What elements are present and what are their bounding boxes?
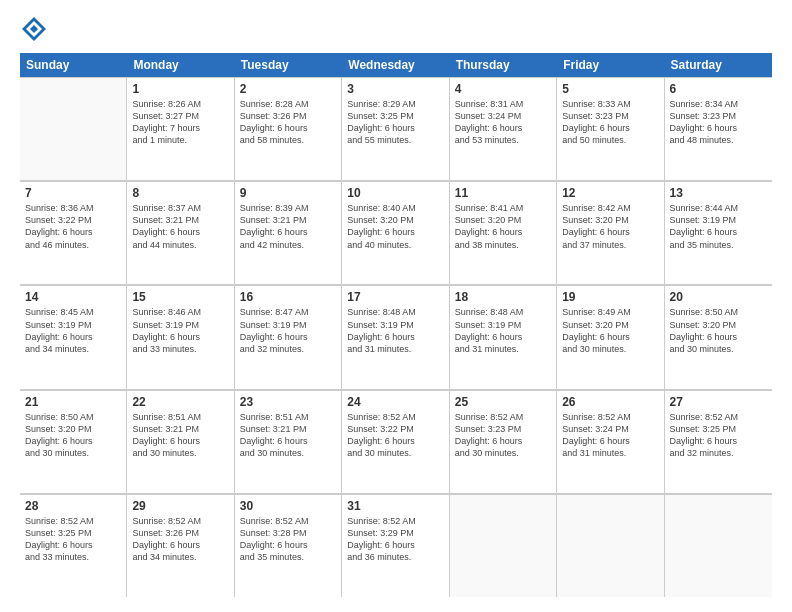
day-info: Sunrise: 8:46 AM Sunset: 3:19 PM Dayligh… xyxy=(132,306,228,355)
cal-cell: 16Sunrise: 8:47 AM Sunset: 3:19 PM Dayli… xyxy=(235,285,342,388)
cal-week: 28Sunrise: 8:52 AM Sunset: 3:25 PM Dayli… xyxy=(20,494,772,597)
day-info: Sunrise: 8:48 AM Sunset: 3:19 PM Dayligh… xyxy=(455,306,551,355)
cal-cell: 29Sunrise: 8:52 AM Sunset: 3:26 PM Dayli… xyxy=(127,494,234,597)
cal-cell: 3Sunrise: 8:29 AM Sunset: 3:25 PM Daylig… xyxy=(342,77,449,180)
cal-cell: 12Sunrise: 8:42 AM Sunset: 3:20 PM Dayli… xyxy=(557,181,664,284)
day-info: Sunrise: 8:39 AM Sunset: 3:21 PM Dayligh… xyxy=(240,202,336,251)
day-number: 13 xyxy=(670,186,767,200)
day-number: 25 xyxy=(455,395,551,409)
day-info: Sunrise: 8:49 AM Sunset: 3:20 PM Dayligh… xyxy=(562,306,658,355)
day-number: 8 xyxy=(132,186,228,200)
cal-cell: 30Sunrise: 8:52 AM Sunset: 3:28 PM Dayli… xyxy=(235,494,342,597)
calendar: SundayMondayTuesdayWednesdayThursdayFrid… xyxy=(20,53,772,597)
calendar-header: SundayMondayTuesdayWednesdayThursdayFrid… xyxy=(20,53,772,77)
cal-cell: 10Sunrise: 8:40 AM Sunset: 3:20 PM Dayli… xyxy=(342,181,449,284)
day-number: 1 xyxy=(132,82,228,96)
day-number: 14 xyxy=(25,290,121,304)
day-info: Sunrise: 8:34 AM Sunset: 3:23 PM Dayligh… xyxy=(670,98,767,147)
day-number: 21 xyxy=(25,395,121,409)
day-info: Sunrise: 8:33 AM Sunset: 3:23 PM Dayligh… xyxy=(562,98,658,147)
day-info: Sunrise: 8:40 AM Sunset: 3:20 PM Dayligh… xyxy=(347,202,443,251)
cal-cell: 21Sunrise: 8:50 AM Sunset: 3:20 PM Dayli… xyxy=(20,390,127,493)
day-number: 22 xyxy=(132,395,228,409)
cal-cell: 4Sunrise: 8:31 AM Sunset: 3:24 PM Daylig… xyxy=(450,77,557,180)
day-info: Sunrise: 8:31 AM Sunset: 3:24 PM Dayligh… xyxy=(455,98,551,147)
day-info: Sunrise: 8:52 AM Sunset: 3:22 PM Dayligh… xyxy=(347,411,443,460)
day-info: Sunrise: 8:50 AM Sunset: 3:20 PM Dayligh… xyxy=(25,411,121,460)
cal-cell: 1Sunrise: 8:26 AM Sunset: 3:27 PM Daylig… xyxy=(127,77,234,180)
day-info: Sunrise: 8:52 AM Sunset: 3:23 PM Dayligh… xyxy=(455,411,551,460)
day-number: 28 xyxy=(25,499,121,513)
day-number: 27 xyxy=(670,395,767,409)
day-info: Sunrise: 8:37 AM Sunset: 3:21 PM Dayligh… xyxy=(132,202,228,251)
day-info: Sunrise: 8:51 AM Sunset: 3:21 PM Dayligh… xyxy=(240,411,336,460)
day-number: 23 xyxy=(240,395,336,409)
cal-header-cell: Thursday xyxy=(450,53,557,77)
cal-cell: 18Sunrise: 8:48 AM Sunset: 3:19 PM Dayli… xyxy=(450,285,557,388)
day-info: Sunrise: 8:52 AM Sunset: 3:26 PM Dayligh… xyxy=(132,515,228,564)
day-info: Sunrise: 8:42 AM Sunset: 3:20 PM Dayligh… xyxy=(562,202,658,251)
cal-week: 14Sunrise: 8:45 AM Sunset: 3:19 PM Dayli… xyxy=(20,285,772,389)
day-number: 12 xyxy=(562,186,658,200)
cal-cell: 31Sunrise: 8:52 AM Sunset: 3:29 PM Dayli… xyxy=(342,494,449,597)
cal-cell xyxy=(20,77,127,180)
day-number: 9 xyxy=(240,186,336,200)
cal-header-cell: Friday xyxy=(557,53,664,77)
cal-cell: 9Sunrise: 8:39 AM Sunset: 3:21 PM Daylig… xyxy=(235,181,342,284)
cal-cell: 24Sunrise: 8:52 AM Sunset: 3:22 PM Dayli… xyxy=(342,390,449,493)
cal-cell: 6Sunrise: 8:34 AM Sunset: 3:23 PM Daylig… xyxy=(665,77,772,180)
day-number: 5 xyxy=(562,82,658,96)
day-number: 20 xyxy=(670,290,767,304)
day-number: 16 xyxy=(240,290,336,304)
cal-cell: 19Sunrise: 8:49 AM Sunset: 3:20 PM Dayli… xyxy=(557,285,664,388)
cal-cell: 23Sunrise: 8:51 AM Sunset: 3:21 PM Dayli… xyxy=(235,390,342,493)
calendar-body: 1Sunrise: 8:26 AM Sunset: 3:27 PM Daylig… xyxy=(20,77,772,597)
day-info: Sunrise: 8:44 AM Sunset: 3:19 PM Dayligh… xyxy=(670,202,767,251)
day-number: 3 xyxy=(347,82,443,96)
cal-cell: 20Sunrise: 8:50 AM Sunset: 3:20 PM Dayli… xyxy=(665,285,772,388)
day-number: 18 xyxy=(455,290,551,304)
day-number: 26 xyxy=(562,395,658,409)
logo xyxy=(20,15,54,43)
day-number: 7 xyxy=(25,186,121,200)
day-number: 31 xyxy=(347,499,443,513)
day-number: 10 xyxy=(347,186,443,200)
day-info: Sunrise: 8:45 AM Sunset: 3:19 PM Dayligh… xyxy=(25,306,121,355)
day-number: 30 xyxy=(240,499,336,513)
day-info: Sunrise: 8:26 AM Sunset: 3:27 PM Dayligh… xyxy=(132,98,228,147)
cal-cell: 15Sunrise: 8:46 AM Sunset: 3:19 PM Dayli… xyxy=(127,285,234,388)
cal-cell xyxy=(665,494,772,597)
day-number: 29 xyxy=(132,499,228,513)
cal-cell: 22Sunrise: 8:51 AM Sunset: 3:21 PM Dayli… xyxy=(127,390,234,493)
day-number: 17 xyxy=(347,290,443,304)
day-number: 6 xyxy=(670,82,767,96)
cal-cell: 5Sunrise: 8:33 AM Sunset: 3:23 PM Daylig… xyxy=(557,77,664,180)
cal-cell: 17Sunrise: 8:48 AM Sunset: 3:19 PM Dayli… xyxy=(342,285,449,388)
cal-cell: 26Sunrise: 8:52 AM Sunset: 3:24 PM Dayli… xyxy=(557,390,664,493)
day-info: Sunrise: 8:52 AM Sunset: 3:25 PM Dayligh… xyxy=(670,411,767,460)
day-number: 15 xyxy=(132,290,228,304)
header xyxy=(20,15,772,43)
cal-header-cell: Tuesday xyxy=(235,53,342,77)
cal-cell: 11Sunrise: 8:41 AM Sunset: 3:20 PM Dayli… xyxy=(450,181,557,284)
day-info: Sunrise: 8:41 AM Sunset: 3:20 PM Dayligh… xyxy=(455,202,551,251)
day-info: Sunrise: 8:28 AM Sunset: 3:26 PM Dayligh… xyxy=(240,98,336,147)
cal-header-cell: Saturday xyxy=(665,53,772,77)
cal-header-cell: Monday xyxy=(127,53,234,77)
day-number: 24 xyxy=(347,395,443,409)
cal-header-cell: Sunday xyxy=(20,53,127,77)
cal-cell: 14Sunrise: 8:45 AM Sunset: 3:19 PM Dayli… xyxy=(20,285,127,388)
day-info: Sunrise: 8:52 AM Sunset: 3:25 PM Dayligh… xyxy=(25,515,121,564)
cal-week: 21Sunrise: 8:50 AM Sunset: 3:20 PM Dayli… xyxy=(20,390,772,494)
cal-cell: 25Sunrise: 8:52 AM Sunset: 3:23 PM Dayli… xyxy=(450,390,557,493)
day-number: 11 xyxy=(455,186,551,200)
cal-cell: 27Sunrise: 8:52 AM Sunset: 3:25 PM Dayli… xyxy=(665,390,772,493)
cal-cell: 2Sunrise: 8:28 AM Sunset: 3:26 PM Daylig… xyxy=(235,77,342,180)
day-number: 19 xyxy=(562,290,658,304)
cal-cell: 28Sunrise: 8:52 AM Sunset: 3:25 PM Dayli… xyxy=(20,494,127,597)
day-number: 4 xyxy=(455,82,551,96)
cal-cell: 7Sunrise: 8:36 AM Sunset: 3:22 PM Daylig… xyxy=(20,181,127,284)
day-info: Sunrise: 8:36 AM Sunset: 3:22 PM Dayligh… xyxy=(25,202,121,251)
day-info: Sunrise: 8:52 AM Sunset: 3:24 PM Dayligh… xyxy=(562,411,658,460)
cal-cell: 8Sunrise: 8:37 AM Sunset: 3:21 PM Daylig… xyxy=(127,181,234,284)
